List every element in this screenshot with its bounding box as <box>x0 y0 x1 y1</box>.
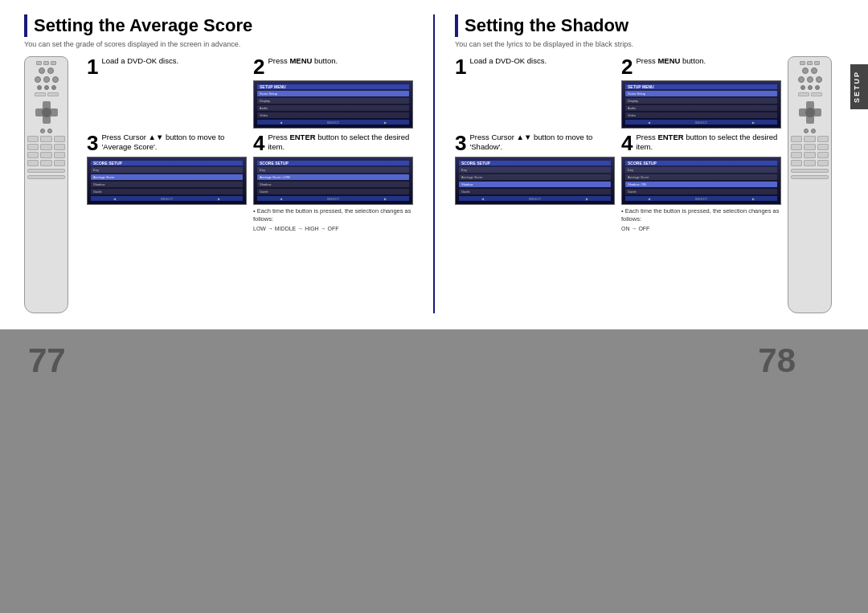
left-step-4: 4 Press ENTER button to select the desir… <box>253 133 413 232</box>
left-step-4-image: SCORE SETUP Key Average Score: LOW Shado… <box>253 157 413 205</box>
remote-num-4 <box>27 144 39 150</box>
dpad-right-center <box>805 108 815 117</box>
remote-btn-1 <box>36 61 42 65</box>
remote-right-btn-1 <box>800 61 805 65</box>
remote-num-star <box>27 160 39 166</box>
right-step-2-text: Press MENU button. <box>636 56 706 66</box>
remote-right-num-7 <box>791 152 802 158</box>
remote-wide-1 <box>35 92 46 96</box>
remote-num-9 <box>54 152 65 158</box>
remote-circle-4 <box>43 76 50 83</box>
right-step-2: 2 Press MENU button. SETUP MENU Score Se… <box>621 56 781 129</box>
remote-circle-3 <box>35 76 41 83</box>
remote-right-wide-2 <box>811 92 822 96</box>
remote-right-circle-6 <box>800 85 805 90</box>
section-divider <box>433 14 435 313</box>
remote-right-num-4 <box>791 144 802 150</box>
left-step-3: 3 Press Cursor ▲▼ button to move to 'Ave… <box>87 133 247 232</box>
remote-right-num-star <box>791 160 802 166</box>
right-step-2-header: 2 Press MENU button. <box>621 56 781 77</box>
left-step-3-header: 3 Press Cursor ▲▼ button to move to 'Ave… <box>87 133 247 153</box>
page-number-left: 77 <box>28 341 66 380</box>
left-step-4-note: • Each time the button is pressed, the s… <box>253 207 413 232</box>
remote-right-btn-3 <box>814 61 820 65</box>
right-section: Setting the Shadow You can set the lyric… <box>455 14 844 313</box>
remote-right-bottom-bar2 <box>791 175 829 179</box>
remote-bottom-bar2 <box>27 175 65 179</box>
remote-right-circle-4 <box>807 76 813 83</box>
remote-right-num-8 <box>804 152 815 158</box>
remote-num-2 <box>40 136 51 142</box>
remote-right-small-1 <box>804 129 809 133</box>
remote-right-btn-2 <box>807 61 813 65</box>
right-step-1: 1 Load a DVD-OK discs. <box>455 56 615 129</box>
remote-circle-1 <box>39 67 45 74</box>
remote-circle-2 <box>47 67 54 74</box>
remote-circle-8 <box>51 85 56 90</box>
left-steps-row-top: 1 Load a DVD-OK discs. 2 Press MENU butt… <box>87 56 413 129</box>
right-step-2-image: SETUP MENU Score Setup Display Audio Vid… <box>621 80 781 129</box>
page-number-right: 78 <box>758 341 796 380</box>
remote-num-1 <box>27 136 39 142</box>
left-step-1-header: 1 Load a DVD-OK discs. <box>87 56 247 77</box>
right-step-3-image: SCORE SETUP Key Average Score Shadow Gui… <box>455 157 615 205</box>
right-section-content: 1 Load a DVD-OK discs. 2 Press MENU butt… <box>455 56 844 313</box>
right-step-4-number: 4 <box>621 133 633 153</box>
right-remote <box>788 56 844 313</box>
remote-right-wide-1 <box>798 92 809 96</box>
remote-num-hash <box>54 160 65 166</box>
right-step-1-number: 1 <box>455 56 466 77</box>
title-bar-right <box>455 14 458 37</box>
remote-num-8 <box>40 152 51 158</box>
right-step-3: 3 Press Cursor ▲▼ button to move to 'Sha… <box>455 133 615 232</box>
left-step-4-number: 4 <box>253 133 264 153</box>
left-step-2-header: 2 Press MENU button. <box>253 56 413 77</box>
page-container: Setting the Average Score You can set th… <box>0 0 868 613</box>
left-remote <box>24 56 80 313</box>
remote-right-num-1 <box>791 136 802 142</box>
remote-circle-6 <box>37 85 42 90</box>
remote-wide-2 <box>47 92 59 96</box>
left-step-2-text: Press MENU button. <box>268 56 338 66</box>
left-step-4-header: 4 Press ENTER button to select the desir… <box>253 133 413 153</box>
left-section-title: Setting the Average Score <box>24 14 413 37</box>
right-step-4-text: Press ENTER button to select the desired… <box>636 133 781 153</box>
right-step-2-number: 2 <box>621 56 633 77</box>
right-step-3-header: 3 Press Cursor ▲▼ button to move to 'Sha… <box>455 133 615 153</box>
remote-right-circle-2 <box>811 67 817 74</box>
right-step-3-number: 3 <box>455 133 466 153</box>
remote-dpad-right <box>799 101 821 124</box>
remote-right-circle-3 <box>798 76 805 83</box>
right-subtitle: You can set the lyrics to be displayed i… <box>455 40 844 48</box>
left-title-text: Setting the Average Score <box>34 15 252 36</box>
remote-btn-3 <box>51 61 56 65</box>
right-step-4-image: SCORE SETUP Key Average Score Shadow: ON… <box>621 157 781 205</box>
left-step-3-text: Press Cursor ▲▼ button to move to 'Avera… <box>101 133 247 153</box>
remote-right-num-9 <box>817 152 829 158</box>
remote-dpad-left <box>35 101 58 124</box>
remote-num-5 <box>40 144 51 150</box>
remote-num-0 <box>40 160 51 166</box>
right-step-3-text: Press Cursor ▲▼ button to move to 'Shado… <box>469 133 615 153</box>
remote-numpad-right <box>791 136 829 166</box>
left-step-3-image: SCORE SETUP Key Average Score Shadow Gui… <box>87 157 247 205</box>
remote-right-circle-1 <box>802 67 809 74</box>
right-step-4-header: 4 Press ENTER button to select the desir… <box>621 133 781 153</box>
remote-right-bottom-bar <box>791 169 829 173</box>
left-step-1-number: 1 <box>87 56 98 77</box>
left-step-4-text: Press ENTER button to select the desired… <box>268 133 413 153</box>
remote-right-num-hash <box>817 160 829 166</box>
remote-right-num-3 <box>817 136 829 142</box>
right-steps-container: 1 Load a DVD-OK discs. 2 Press MENU butt… <box>455 56 781 232</box>
right-section-title: Setting the Shadow <box>455 14 844 37</box>
remote-num-7 <box>27 152 39 158</box>
left-step-2: 2 Press MENU button. SETUP MENU Score Se… <box>253 56 413 129</box>
right-step-4: 4 Press ENTER button to select the desir… <box>621 133 781 232</box>
left-step-2-image: SETUP MENU Score Setup Display Audio Vid… <box>253 80 413 129</box>
left-steps-container: 1 Load a DVD-OK discs. 2 Press MENU butt… <box>87 56 413 232</box>
remote-num-6 <box>54 144 65 150</box>
left-subtitle: You can set the grade of scores displaye… <box>24 40 413 48</box>
left-step-1: 1 Load a DVD-OK discs. <box>87 56 247 129</box>
left-section-content: 1 Load a DVD-OK discs. 2 Press MENU butt… <box>24 56 413 313</box>
remote-right-num-5 <box>804 144 815 150</box>
